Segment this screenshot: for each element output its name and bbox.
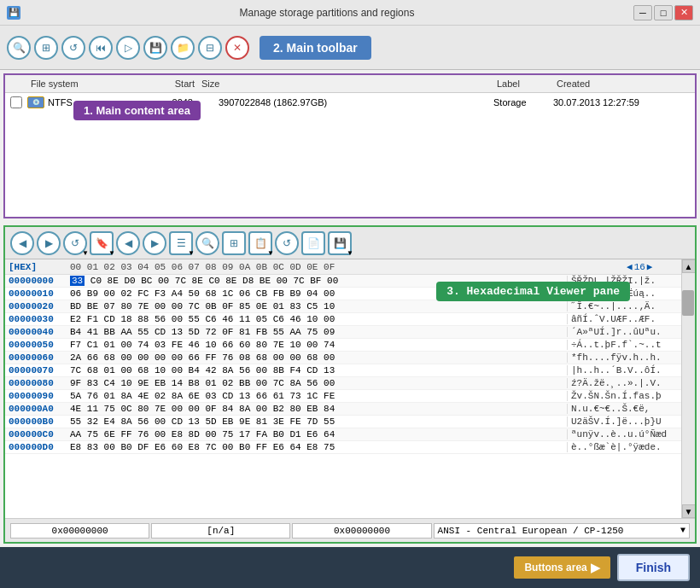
col-arrow-right[interactable]: ▶ (647, 261, 653, 272)
hex-page-button[interactable]: 📄 (301, 231, 325, 255)
main-toolbar: 🔍 ⊞ ↺ ⏮ ▷ 💾 📁 ⊟ ✕ 2. Main toolbar (0, 26, 700, 70)
main-content-area: File system Start Size Label Created 💿 N… (3, 73, 697, 218)
hex-back-button[interactable]: ◀ (10, 231, 34, 255)
status-selection-offset: 0x00000000 (292, 523, 431, 539)
main-content-label: 1. Main content area (73, 101, 201, 120)
hex-rows: [HEX] 00 01 02 03 04 05 06 07 08 09 0A 0… (5, 259, 681, 518)
hex-row-6[interactable]: 00000060 2A 66 68 00 00 00 00 66 FF 76 0… (5, 352, 681, 364)
toolbar-prev-button[interactable]: ⏮ (89, 36, 113, 60)
hex-column-header: [HEX] 00 01 02 03 04 05 06 07 08 09 0A 0… (5, 259, 681, 275)
toolbar-grid-button[interactable]: ⊞ (34, 36, 58, 60)
buttons-area-arrow-icon: ▶ (591, 561, 600, 574)
bottom-bar: Buttons area ▶ Finish (0, 547, 700, 588)
hex-next-button[interactable]: ▶ (143, 231, 166, 255)
close-button[interactable]: ✕ (674, 5, 693, 20)
fs-row-checkbox[interactable] (10, 96, 22, 108)
hex-prev-button[interactable]: ◀ (116, 231, 140, 255)
buttons-area-label: Buttons area ▶ (514, 556, 610, 579)
hex-bytes-header: 00 01 02 03 04 05 06 07 08 09 0A 0B 0C 0… (70, 262, 627, 272)
hex-row-B[interactable]: 000000B0 55 32 E4 8A 56 00 CD 13 5D EB 9… (5, 416, 681, 428)
hex-row-8[interactable]: 00000080 9F 83 C4 10 9E EB 14 B8 01 02 B… (5, 377, 681, 390)
fs-table-header: File system Start Size Label Created (5, 75, 695, 93)
fs-col-filesystem: File system (27, 79, 96, 89)
title-bar: 💾 Manage storage partitions and regions … (0, 0, 700, 26)
hex-find-button[interactable]: 🔍 (195, 231, 219, 255)
fs-col-created: Created (553, 79, 690, 89)
hex-row-9[interactable]: 00000090 5A 76 01 8A 4E 02 8A 6E 03 CD 1… (5, 390, 681, 403)
restore-button[interactable]: □ (654, 5, 673, 20)
encoding-label: ANSI - Central European / CP-1250 (438, 526, 680, 536)
hex-col-count: ◀ 16 ▶ (627, 261, 678, 272)
fs-row-created: 30.07.2013 12:27:59 (553, 97, 690, 108)
scrollbar-thumb[interactable] (682, 290, 694, 316)
hex-row-2[interactable]: 00000020 BD BE 07 80 7E 00 00 7C 0B 0F 8… (5, 300, 681, 313)
hex-body: [HEX] 00 01 02 03 04 05 06 07 08 09 0A 0… (5, 259, 695, 518)
status-bar: 0x00000000 [n/a] 0x00000000 ANSI - Centr… (5, 518, 695, 542)
hex-row-5[interactable]: 00000050 F7 C1 01 00 74 03 FE 46 10 66 6… (5, 339, 681, 352)
hex-row-D[interactable]: 000000D0 E8 83 00 B0 DF E6 60 E8 7C 00 B… (5, 441, 681, 454)
hex-viewer-area: ◀ ▶ ↺ ▼ 🔖 ▼ ◀ ▶ ☰ ▼ 🔍 ⊞ � (3, 225, 697, 544)
fs-row-size: 3907022848 (1862.97GB) (219, 97, 493, 108)
fs-col-size: Size (198, 79, 493, 89)
hex-col-header: [HEX] (9, 262, 70, 272)
hex-row-4[interactable]: 00000040 B4 41 BB AA 55 CD 13 5D 72 0F 8… (5, 326, 681, 339)
hex-row-A[interactable]: 000000A0 4E 11 75 0C 80 7E 00 00 0F 84 8… (5, 403, 681, 416)
fs-col-start: Start (96, 79, 198, 89)
toolbar-play-button[interactable]: ▷ (116, 36, 140, 60)
content-areas: File system Start Size Label Created 💿 N… (0, 70, 700, 547)
toolbar-close-button[interactable]: ✕ (225, 36, 249, 60)
status-selection: [n/a] (151, 523, 290, 539)
hex-data-rows: 00000000 33 C0 8E D0 BC 00 7C 8E C0 8E D… (5, 275, 681, 454)
toolbar-open-button[interactable]: 📁 (171, 36, 195, 60)
status-offset: 0x00000000 (10, 523, 149, 539)
ntfs-icon: 💿 (27, 96, 44, 108)
encoding-dropdown-icon[interactable]: ▼ (680, 526, 685, 535)
hex-grid-button[interactable]: ⊞ (222, 231, 246, 255)
toolbar-save-button[interactable]: 💾 (143, 36, 167, 60)
hex-forward-button[interactable]: ▶ (37, 231, 61, 255)
hex-row-3[interactable]: 00000030 E2 F1 CD 18 88 56 00 55 C6 46 1… (5, 313, 681, 326)
hex-viewer-label: 3. Hexadecimal Viewer pane (436, 282, 630, 301)
hex-row-7[interactable]: 00000070 7C 68 01 00 68 10 00 B4 42 8A 5… (5, 364, 681, 377)
finish-button[interactable]: Finish (617, 554, 690, 581)
fs-col-label: Label (493, 79, 553, 89)
hex-row-C[interactable]: 000000C0 AA 75 6E FF 76 00 E8 8D 00 75 1… (5, 428, 681, 441)
toolbar-search-button[interactable]: 🔍 (7, 36, 31, 60)
scroll-up-button[interactable]: ▲ (682, 259, 696, 273)
buttons-area-text: Buttons area (524, 562, 586, 573)
status-encoding[interactable]: ANSI - Central European / CP-1250 ▼ (434, 523, 690, 539)
toolbar-refresh-button[interactable]: ↺ (61, 36, 85, 60)
minimize-button[interactable]: ─ (633, 5, 652, 20)
col-arrow-left[interactable]: ◀ (627, 261, 633, 272)
hex-reload-button[interactable]: ↺ (275, 231, 299, 255)
scroll-down-button[interactable]: ▼ (682, 504, 696, 518)
scrollbar-track[interactable] (682, 273, 695, 504)
main-container: 🔍 ⊞ ↺ ⏮ ▷ 💾 📁 ⊟ ✕ 2. Main toolbar File s… (0, 26, 700, 588)
hex-toolbar: ◀ ▶ ↺ ▼ 🔖 ▼ ◀ ▶ ☰ ▼ 🔍 ⊞ � (5, 227, 695, 259)
toolbar-label: 2. Main toolbar (260, 36, 371, 60)
hex-scrollbar[interactable]: ▲ ▼ (681, 259, 695, 518)
col-count-value: 16 (634, 262, 645, 272)
app-icon: 💾 (7, 6, 20, 20)
window-title: Manage storage partitions and regions (20, 7, 633, 19)
fs-row-label: Storage (493, 97, 553, 108)
toolbar-layout-button[interactable]: ⊟ (198, 36, 222, 60)
window-controls: ─ □ ✕ (633, 5, 693, 20)
